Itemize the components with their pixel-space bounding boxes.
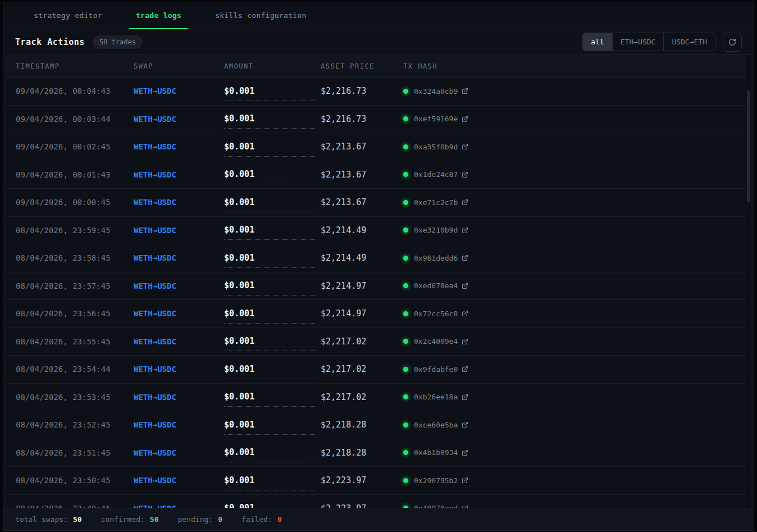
external-link-icon xyxy=(462,338,468,345)
amount-cell: $0.001 xyxy=(224,81,321,101)
asset-price-cell: $2,218.28 xyxy=(321,420,403,430)
tx-hash-link[interactable]: 0x40970ced xyxy=(414,504,468,508)
tx-hash-link[interactable]: 0x290795b2 xyxy=(414,476,468,485)
tx-hash-link[interactable]: 0xef59169e xyxy=(414,115,468,123)
table-row: 09/04/2026, 00:02:45 WETH→USDC $0.001 $2… xyxy=(6,133,751,161)
tx-hash-text: 0xa35f0b9d xyxy=(414,143,458,151)
amount-value: $0.001 xyxy=(224,308,316,324)
asset-price-cell: $2,216.73 xyxy=(321,86,403,96)
table-row: 08/04/2026, 23:56:45 WETH→USDC $0.001 $2… xyxy=(6,300,751,328)
tx-hash-cell: 0x40970ced xyxy=(403,504,751,508)
tx-hash-link[interactable]: 0x9fdabfe0 xyxy=(414,365,468,374)
refresh-button[interactable] xyxy=(723,33,742,52)
tx-hash-cell: 0x1de24c87 xyxy=(403,170,751,179)
tab-trade-logs[interactable]: trade logs xyxy=(129,2,188,29)
tx-hash-link[interactable]: 0xed678ea4 xyxy=(414,281,468,290)
footer-status-bar: total swaps: 50 confirmed: 50 pending: 0… xyxy=(3,508,754,530)
amount-value: $0.001 xyxy=(224,169,316,184)
external-link-icon xyxy=(462,254,468,261)
swap-cell: WETH→USDC xyxy=(134,337,224,346)
timestamp-cell: 08/04/2026, 23:53:45 xyxy=(16,393,134,402)
toolbar-actions: all ETH→USDC USDC→ETH xyxy=(582,33,742,52)
status-dot-confirmed xyxy=(403,116,408,121)
tx-hash-text: 0x2c4009e4 xyxy=(414,337,458,345)
filter-eth-usdc-button[interactable]: ETH→USDC xyxy=(612,33,664,51)
tx-hash-cell: 0x9fdabfe0 xyxy=(403,365,751,374)
tx-hash-link[interactable]: 0x324a0cb9 xyxy=(414,87,468,96)
tx-hash-text: 0x40970ced xyxy=(414,504,458,508)
table-row: 09/04/2026, 00:00:45 WETH→USDC $0.001 $2… xyxy=(6,189,751,217)
tx-hash-link[interactable]: 0x72cc56c8 xyxy=(414,310,468,318)
confirmed-stat: confirmed: 50 xyxy=(101,515,159,524)
tx-hash-link[interactable]: 0x1de24c87 xyxy=(414,170,468,179)
table-row: 08/04/2026, 23:59:45 WETH→USDC $0.001 $2… xyxy=(6,217,751,245)
amount-value: $0.001 xyxy=(224,280,316,295)
trade-count-badge: 50 trades xyxy=(93,35,143,49)
swap-cell: WETH→USDC xyxy=(134,115,224,124)
amount-cell: $0.001 xyxy=(224,415,321,435)
tab-skills-configuration[interactable]: skills configuration xyxy=(208,2,313,29)
amount-value: $0.001 xyxy=(224,447,316,462)
timestamp-cell: 08/04/2026, 23:58:45 xyxy=(16,253,134,262)
tx-hash-link[interactable]: 0x961dedd6 xyxy=(414,254,468,262)
amount-value: $0.001 xyxy=(224,503,316,508)
tx-hash-link[interactable]: 0xe71c2c7b xyxy=(414,198,468,207)
asset-price-cell: $2,213.67 xyxy=(321,142,403,152)
status-dot-confirmed xyxy=(403,256,408,261)
tx-hash-text: 0xce60e5ba xyxy=(414,421,458,429)
filter-usdc-eth-button[interactable]: USDC→ETH xyxy=(663,33,715,51)
external-link-icon xyxy=(462,199,468,206)
table-row: 08/04/2026, 23:50:45 WETH→USDC $0.001 $2… xyxy=(6,467,751,495)
tx-hash-text: 0xb26ee18a xyxy=(414,393,458,401)
tx-hash-link[interactable]: 0xe3210b9d xyxy=(414,226,468,234)
tx-hash-cell: 0xe71c2c7b xyxy=(403,198,751,207)
amount-cell: $0.001 xyxy=(224,387,321,407)
amount-value: $0.001 xyxy=(224,392,316,407)
total-swaps-stat: total swaps: 50 xyxy=(15,515,82,524)
swap-cell: WETH→USDC xyxy=(134,142,224,151)
status-dot-confirmed xyxy=(403,172,408,177)
tab-strategy-editor[interactable]: strategy editor xyxy=(27,2,109,29)
table-row: 08/04/2026, 23:54:44 WETH→USDC $0.001 $2… xyxy=(6,356,751,384)
status-dot-confirmed xyxy=(403,283,408,288)
tx-hash-link[interactable]: 0x4b1b0934 xyxy=(414,448,468,457)
external-link-icon xyxy=(462,421,468,428)
asset-price-cell: $2,218.28 xyxy=(321,448,403,458)
amount-cell: $0.001 xyxy=(224,137,321,157)
tab-bar: strategy editor trade logs skills config… xyxy=(3,2,754,29)
amount-cell: $0.001 xyxy=(224,165,321,184)
timestamp-cell: 08/04/2026, 23:56:45 xyxy=(16,309,134,318)
timestamp-cell: 08/04/2026, 23:59:45 xyxy=(16,226,134,235)
swap-cell: WETH→USDC xyxy=(134,253,224,262)
status-dot-confirmed xyxy=(403,367,408,372)
status-dot-confirmed xyxy=(403,200,408,205)
timestamp-cell: 08/04/2026, 23:57:45 xyxy=(16,281,134,290)
tx-hash-cell: 0xce60e5ba xyxy=(403,421,751,429)
timestamp-cell: 08/04/2026, 23:49:45 xyxy=(16,504,134,508)
swap-cell: WETH→USDC xyxy=(134,448,224,457)
timestamp-cell: 08/04/2026, 23:54:44 xyxy=(16,365,134,374)
tx-hash-text: 0xed678ea4 xyxy=(414,281,458,290)
column-header-tx-hash: TX HASH xyxy=(403,62,751,70)
tx-hash-cell: 0xa35f0b9d xyxy=(403,143,751,151)
swap-cell: WETH→USDC xyxy=(134,420,224,429)
timestamp-cell: 08/04/2026, 23:55:45 xyxy=(16,337,134,346)
tx-hash-link[interactable]: 0x2c4009e4 xyxy=(414,337,468,345)
swap-cell: WETH→USDC xyxy=(134,226,224,235)
asset-price-cell: $2,213.67 xyxy=(321,170,403,180)
tx-hash-link[interactable]: 0xb26ee18a xyxy=(414,393,468,401)
external-link-icon xyxy=(462,394,468,401)
swap-filter-group: all ETH→USDC USDC→ETH xyxy=(582,33,715,51)
scrollbar-thumb[interactable] xyxy=(747,90,750,202)
tx-hash-text: 0x324a0cb9 xyxy=(414,87,458,96)
external-link-icon xyxy=(462,477,468,484)
tx-hash-link[interactable]: 0xa35f0b9d xyxy=(414,143,468,151)
filter-all-button[interactable]: all xyxy=(583,33,612,51)
swap-cell: WETH→USDC xyxy=(134,87,224,96)
total-swaps-label: total swaps: xyxy=(15,515,68,524)
status-dot-confirmed xyxy=(403,422,408,428)
tx-hash-link[interactable]: 0xce60e5ba xyxy=(414,421,468,429)
amount-cell: $0.001 xyxy=(224,331,321,351)
amount-cell: $0.001 xyxy=(224,304,321,324)
amount-cell: $0.001 xyxy=(224,471,321,490)
